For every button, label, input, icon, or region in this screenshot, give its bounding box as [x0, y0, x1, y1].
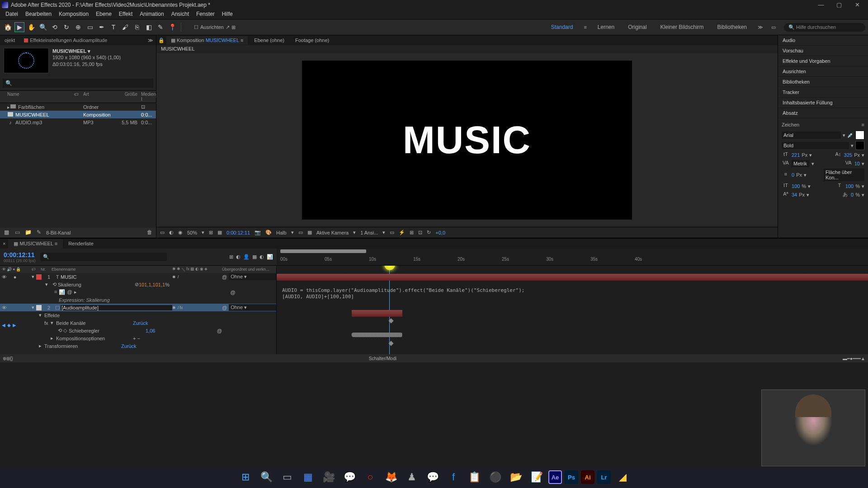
- viewer-lock-icon[interactable]: 🔒: [158, 38, 165, 43]
- menu-hilfe[interactable]: Hilfe: [218, 10, 236, 19]
- anchor-tool[interactable]: ⊕: [73, 22, 83, 32]
- resolution-dropdown[interactable]: Halb: [276, 230, 287, 235]
- menu-komposition[interactable]: Komposition: [55, 10, 92, 19]
- workspace-kleiner[interactable]: Kleiner Bildschirm: [658, 22, 707, 32]
- col-label-icon[interactable]: 🏷: [74, 92, 83, 102]
- snapshot-icon[interactable]: 📷: [255, 230, 261, 235]
- panel-effekte[interactable]: Effekte und Vorgaben: [778, 56, 868, 66]
- search-taskbar[interactable]: 🔍: [257, 468, 275, 486]
- eraser-tool[interactable]: ◧: [144, 22, 154, 32]
- panel-absatz[interactable]: Absatz: [778, 108, 868, 118]
- graph-editor-icon[interactable]: 📊: [267, 254, 273, 260]
- toggle-switches-icon[interactable]: ⊕: [3, 356, 6, 361]
- prop-beide-kanaele[interactable]: Beide Kanäle: [56, 320, 133, 326]
- work-area-bar[interactable]: [280, 249, 366, 253]
- comp-thumbnail[interactable]: [4, 48, 49, 73]
- px-aspect-icon[interactable]: ▭: [390, 230, 394, 235]
- camera-dropdown[interactable]: Aktive Kamera: [316, 230, 349, 235]
- workspace-standard[interactable]: Standard: [548, 22, 576, 32]
- teams-app[interactable]: 🎥: [320, 468, 338, 486]
- pen-tool[interactable]: ✒: [97, 22, 107, 32]
- current-time-display[interactable]: 0:00:12:11: [226, 230, 250, 235]
- start-button[interactable]: ⊞: [236, 468, 255, 486]
- viewer-tab-footage[interactable]: Footage (ohne): [291, 36, 334, 44]
- av-eye-icon[interactable]: 👁: [2, 267, 6, 272]
- messenger-app[interactable]: 💬: [424, 468, 442, 486]
- widgets[interactable]: ▦: [299, 468, 317, 486]
- workspace-original[interactable]: Original: [625, 22, 649, 32]
- magnification-icon[interactable]: ▭: [160, 230, 165, 235]
- prev-keyframe-icon[interactable]: ◀: [2, 323, 5, 328]
- tl-close-icon[interactable]: ×: [0, 241, 8, 246]
- photoshop-app[interactable]: Ps: [565, 470, 578, 484]
- workspace-bibliotheken[interactable]: Bibliotheken: [715, 22, 750, 32]
- project-search[interactable]: 🔍: [3, 79, 153, 88]
- expr-enable-icon[interactable]: =: [54, 289, 57, 295]
- stroke-color-swatch[interactable]: [855, 141, 864, 150]
- aftereffects-app[interactable]: Ae: [548, 470, 562, 484]
- hscale[interactable]: 100: [845, 183, 854, 189]
- roi-icon[interactable]: ▭: [298, 230, 303, 235]
- menu-animation[interactable]: Animation: [136, 10, 167, 19]
- workspace-menu-icon[interactable]: ≡: [584, 24, 586, 30]
- explorer-app[interactable]: 📂: [507, 468, 525, 486]
- fast-preview-icon[interactable]: ⚡: [399, 230, 405, 235]
- home-tool[interactable]: 🏠: [3, 22, 13, 32]
- snap-opts-icon[interactable]: ↗: [226, 24, 230, 30]
- zoom-in-icon[interactable]: ▲: [861, 356, 865, 361]
- col-nr[interactable]: Nr.: [41, 267, 52, 272]
- firefox-app[interactable]: 🦊: [382, 468, 400, 486]
- misc-app[interactable]: ◢: [613, 468, 632, 486]
- toggle-brackets-icon[interactable]: {}: [10, 356, 13, 361]
- panel-tracker[interactable]: Tracker: [778, 87, 868, 98]
- puppet-tool[interactable]: 📍: [167, 22, 177, 32]
- minimize-button[interactable]: —: [812, 0, 830, 10]
- zoom-dropdown[interactable]: 50%: [187, 230, 197, 235]
- tsume[interactable]: 0: [851, 192, 854, 197]
- comp-breadcrumb[interactable]: MUSICWHEEL: [156, 45, 778, 53]
- prop-effekte[interactable]: Effekte: [44, 313, 60, 318]
- layer-row-1[interactable]: 👁● ▾ 1 T MUSIC ✱/ @Ohne ▾: [0, 273, 276, 281]
- zoom-slider[interactable]: ━●━━━: [847, 356, 861, 361]
- stroke-mode[interactable]: Fläche über Kon...: [824, 169, 864, 181]
- channel-icon[interactable]: 🎨: [265, 230, 272, 235]
- col-media[interactable]: Medien-I: [137, 92, 157, 102]
- prop-schieberegler[interactable]: Schieberegler: [69, 328, 146, 333]
- panel-inhalt[interactable]: Inhaltsbasierte Füllung: [778, 98, 868, 108]
- col-parent[interactable]: Übergeordnet und verkn...: [222, 267, 276, 272]
- interpret-footage-icon[interactable]: ▦: [3, 229, 10, 236]
- selection-tool[interactable]: ▶: [14, 22, 24, 32]
- transparency-icon[interactable]: ▦: [307, 230, 312, 235]
- expr-pickwhip-icon[interactable]: @: [67, 289, 72, 295]
- workspace-overflow-icon[interactable]: ≫: [758, 24, 763, 30]
- comp-opt-buttons[interactable]: + −: [133, 336, 140, 341]
- facebook-app[interactable]: f: [444, 468, 462, 486]
- comp-mini-flowchart-icon[interactable]: ⊞: [229, 254, 233, 260]
- timecode[interactable]: 0:00:12:11: [4, 251, 36, 258]
- project-tab[interactable]: ojekt: [0, 36, 19, 45]
- opera-app[interactable]: ○: [361, 468, 379, 486]
- font-size[interactable]: 221: [792, 152, 800, 158]
- snap-grid-icon[interactable]: ⊞: [231, 24, 236, 30]
- font-family-dropdown[interactable]: Arial: [782, 131, 841, 139]
- menu-datei[interactable]: Datei: [2, 10, 22, 19]
- zoom-out-icon[interactable]: ▬: [843, 356, 847, 361]
- obs-app[interactable]: ⚫: [486, 468, 504, 486]
- roto-tool[interactable]: ✎: [156, 22, 165, 32]
- clone-tool[interactable]: ⎘: [132, 22, 142, 32]
- font-weight-dropdown[interactable]: Bold: [782, 142, 849, 149]
- layer-bar-music[interactable]: [277, 274, 868, 281]
- toggle-modes-icon[interactable]: ⊞: [6, 356, 10, 361]
- time-ruler[interactable]: 00s 05s 10s 15s 20s 25s 30s 35s 40s: [277, 249, 868, 265]
- baseline[interactable]: 34: [792, 192, 797, 197]
- expr-graph-icon[interactable]: 📊: [59, 289, 65, 295]
- label-col-icon[interactable]: 🏷: [32, 267, 41, 272]
- menu-effekt[interactable]: Effekt: [115, 10, 136, 19]
- expr-lang-icon[interactable]: ▸: [74, 289, 77, 295]
- col-art[interactable]: Art: [83, 92, 115, 102]
- exposure[interactable]: +0,0: [435, 230, 445, 235]
- task-view[interactable]: ▭: [278, 468, 296, 486]
- comp-dropdown-icon[interactable]: ▾: [88, 48, 90, 54]
- effect-controls-tab[interactable]: Effekteinstellungen Audioamplitude: [19, 36, 112, 45]
- layer-row-2[interactable]: 👁 ▾ 2 ▢ [Audioamplitude] ✱/fx @Ohne ▾: [0, 304, 276, 311]
